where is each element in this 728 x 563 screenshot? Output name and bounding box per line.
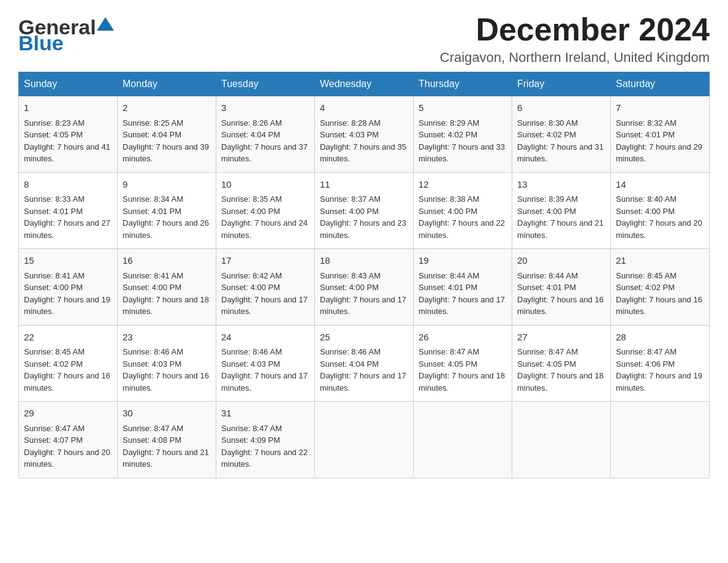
sunset-text: Sunset: 4:03 PM — [320, 130, 379, 139]
day-header-friday: Friday — [512, 72, 611, 96]
day-number: 27 — [517, 331, 605, 345]
daylight-text: Daylight: 7 hours and 22 minutes. — [419, 218, 505, 240]
daylight-text: Daylight: 7 hours and 16 minutes. — [616, 295, 702, 316]
sunset-text: Sunset: 4:05 PM — [517, 359, 576, 369]
sunset-text: Sunset: 4:01 PM — [419, 283, 477, 292]
calendar-day-cell — [611, 402, 710, 478]
calendar-day-cell: 3 Sunrise: 8:26 AM Sunset: 4:04 PM Dayli… — [216, 96, 315, 173]
sunrise-text: Sunrise: 8:46 AM — [221, 347, 282, 356]
day-header-monday: Monday — [118, 72, 216, 96]
sunset-text: Sunset: 4:00 PM — [320, 207, 379, 216]
day-number: 6 — [517, 101, 605, 115]
calendar-day-cell: 7 Sunrise: 8:32 AM Sunset: 4:01 PM Dayli… — [611, 96, 710, 173]
daylight-text: Daylight: 7 hours and 37 minutes. — [221, 142, 308, 164]
calendar-day-cell: 17 Sunrise: 8:42 AM Sunset: 4:00 PM Dayl… — [216, 249, 315, 326]
sunrise-text: Sunrise: 8:34 AM — [123, 194, 183, 204]
calendar-day-cell: 24 Sunrise: 8:46 AM Sunset: 4:03 PM Dayl… — [216, 325, 315, 402]
day-header-sunday: Sunday — [19, 72, 118, 96]
calendar-day-cell — [315, 402, 414, 478]
calendar-day-cell: 26 Sunrise: 8:47 AM Sunset: 4:05 PM Dayl… — [414, 325, 512, 402]
calendar-day-cell: 10 Sunrise: 8:35 AM Sunset: 4:00 PM Dayl… — [216, 172, 315, 249]
calendar-day-cell: 11 Sunrise: 8:37 AM Sunset: 4:00 PM Dayl… — [315, 172, 414, 249]
daylight-text: Daylight: 7 hours and 21 minutes. — [517, 218, 604, 240]
calendar-table: SundayMondayTuesdayWednesdayThursdayFrid… — [18, 72, 710, 478]
day-number: 13 — [517, 178, 605, 192]
sunrise-text: Sunrise: 8:44 AM — [419, 271, 479, 280]
day-number: 11 — [320, 178, 408, 192]
calendar-day-cell: 28 Sunrise: 8:47 AM Sunset: 4:06 PM Dayl… — [611, 325, 710, 402]
sunset-text: Sunset: 4:06 PM — [616, 359, 675, 369]
sunrise-text: Sunrise: 8:30 AM — [517, 118, 578, 128]
day-number: 10 — [221, 178, 309, 192]
day-header-thursday: Thursday — [414, 72, 512, 96]
day-number: 12 — [419, 178, 507, 192]
sunset-text: Sunset: 4:00 PM — [24, 283, 83, 292]
calendar-day-cell — [512, 402, 611, 478]
day-header-tuesday: Tuesday — [216, 72, 315, 96]
sunrise-text: Sunrise: 8:46 AM — [123, 347, 183, 356]
sunset-text: Sunset: 4:00 PM — [221, 283, 280, 292]
sunrise-text: Sunrise: 8:47 AM — [123, 424, 183, 433]
calendar-day-cell: 9 Sunrise: 8:34 AM Sunset: 4:01 PM Dayli… — [118, 172, 216, 249]
sunset-text: Sunset: 4:00 PM — [123, 283, 181, 292]
sunrise-text: Sunrise: 8:46 AM — [320, 347, 381, 356]
daylight-text: Daylight: 7 hours and 41 minutes. — [24, 142, 110, 164]
day-number: 7 — [616, 101, 704, 115]
day-number: 15 — [24, 254, 112, 268]
sunset-text: Sunset: 4:05 PM — [419, 359, 477, 369]
sunset-text: Sunset: 4:01 PM — [517, 283, 576, 292]
day-number: 26 — [419, 331, 507, 345]
daylight-text: Daylight: 7 hours and 16 minutes. — [517, 295, 604, 316]
calendar-day-cell: 29 Sunrise: 8:47 AM Sunset: 4:07 PM Dayl… — [19, 402, 118, 478]
sunset-text: Sunset: 4:08 PM — [123, 435, 181, 445]
calendar-day-cell: 15 Sunrise: 8:41 AM Sunset: 4:00 PM Dayl… — [19, 249, 118, 326]
daylight-text: Daylight: 7 hours and 31 minutes. — [517, 142, 604, 164]
day-number: 19 — [419, 254, 507, 268]
calendar-day-cell: 16 Sunrise: 8:41 AM Sunset: 4:00 PM Dayl… — [118, 249, 216, 326]
calendar-day-cell: 5 Sunrise: 8:29 AM Sunset: 4:02 PM Dayli… — [414, 96, 512, 173]
sunrise-text: Sunrise: 8:35 AM — [221, 194, 282, 204]
title-section: December 2024 Craigavon, Northern Irelan… — [440, 12, 710, 66]
calendar-week-row: 22 Sunrise: 8:45 AM Sunset: 4:02 PM Dayl… — [19, 325, 710, 402]
month-title: December 2024 — [440, 12, 710, 47]
sunrise-text: Sunrise: 8:29 AM — [419, 118, 479, 128]
calendar-day-cell: 12 Sunrise: 8:38 AM Sunset: 4:00 PM Dayl… — [414, 172, 512, 249]
sunset-text: Sunset: 4:01 PM — [123, 207, 181, 216]
sunrise-text: Sunrise: 8:47 AM — [24, 424, 85, 433]
day-number: 22 — [24, 331, 112, 345]
day-number: 24 — [221, 331, 309, 345]
sunset-text: Sunset: 4:00 PM — [517, 207, 576, 216]
sunset-text: Sunset: 4:00 PM — [320, 283, 379, 292]
sunrise-text: Sunrise: 8:43 AM — [320, 271, 381, 280]
sunset-text: Sunset: 4:03 PM — [123, 359, 181, 369]
page-header: GeneralBlue December 2024 Craigavon, Nor… — [18, 12, 710, 66]
daylight-text: Daylight: 7 hours and 27 minutes. — [24, 218, 110, 240]
calendar-week-row: 1 Sunrise: 8:23 AM Sunset: 4:05 PM Dayli… — [19, 96, 710, 173]
daylight-text: Daylight: 7 hours and 18 minutes. — [123, 295, 209, 316]
daylight-text: Daylight: 7 hours and 17 minutes. — [320, 295, 406, 316]
sunrise-text: Sunrise: 8:47 AM — [221, 424, 282, 433]
daylight-text: Daylight: 7 hours and 19 minutes. — [616, 371, 702, 393]
sunset-text: Sunset: 4:01 PM — [24, 207, 83, 216]
sunset-text: Sunset: 4:02 PM — [517, 130, 576, 139]
sunrise-text: Sunrise: 8:41 AM — [123, 271, 183, 280]
day-number: 28 — [616, 331, 704, 345]
logo: GeneralBlue — [18, 12, 116, 52]
daylight-text: Daylight: 7 hours and 16 minutes. — [123, 371, 209, 393]
daylight-text: Daylight: 7 hours and 18 minutes. — [419, 371, 505, 393]
day-number: 21 — [616, 254, 704, 268]
sunset-text: Sunset: 4:04 PM — [320, 359, 379, 369]
day-number: 8 — [24, 178, 112, 192]
daylight-text: Daylight: 7 hours and 23 minutes. — [320, 218, 406, 240]
sunset-text: Sunset: 4:04 PM — [221, 130, 280, 139]
calendar-day-cell: 6 Sunrise: 8:30 AM Sunset: 4:02 PM Dayli… — [512, 96, 611, 173]
sunrise-text: Sunrise: 8:23 AM — [24, 118, 85, 128]
sunrise-text: Sunrise: 8:37 AM — [320, 194, 381, 204]
day-number: 2 — [123, 101, 211, 115]
daylight-text: Daylight: 7 hours and 29 minutes. — [616, 142, 702, 164]
daylight-text: Daylight: 7 hours and 20 minutes. — [24, 448, 110, 469]
calendar-day-cell: 27 Sunrise: 8:47 AM Sunset: 4:05 PM Dayl… — [512, 325, 611, 402]
calendar-header-row: SundayMondayTuesdayWednesdayThursdayFrid… — [19, 72, 710, 96]
location-title: Craigavon, Northern Ireland, United King… — [440, 50, 710, 66]
day-number: 23 — [123, 331, 211, 345]
